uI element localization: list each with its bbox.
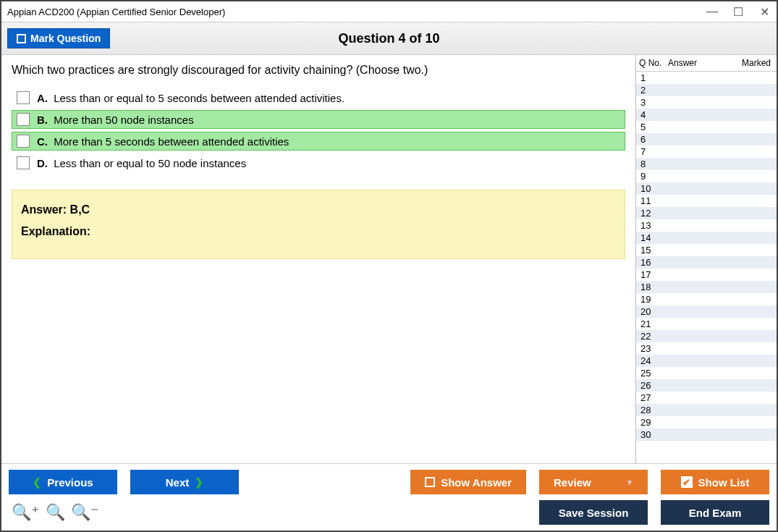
question-list-row[interactable]: 21 — [636, 318, 777, 330]
titlebar: Appian ACD200 (Appian Certified Senior D… — [1, 1, 777, 22]
option-text: C. More than 5 seconds between attended … — [37, 135, 289, 148]
show-answer-button[interactable]: Show Answer — [410, 470, 526, 494]
question-list-row[interactable]: 4 — [636, 109, 777, 121]
question-list-row[interactable]: 28 — [636, 404, 777, 416]
checkbox-icon — [17, 34, 26, 43]
question-list-row[interactable]: 27 — [636, 392, 777, 404]
col-marked: Marked — [733, 58, 774, 68]
option-letter: D. — [37, 157, 48, 169]
option-label: Less than or equal to 5 seconds between … — [51, 92, 344, 104]
question-list-row[interactable]: 16 — [636, 256, 777, 269]
question-list-row[interactable]: 26 — [636, 379, 777, 392]
show-list-label: Show List — [698, 476, 750, 489]
question-list-row[interactable]: 2 — [636, 84, 777, 96]
option-letter: A. — [37, 92, 48, 104]
question-list-row[interactable]: 18 — [636, 281, 777, 293]
zoom-icon[interactable]: 🔍 — [46, 503, 65, 522]
explanation-label: Explanation: — [21, 225, 616, 238]
question-list-row[interactable]: 11 — [636, 195, 777, 207]
review-button[interactable]: Review ▼ — [539, 470, 648, 494]
previous-button[interactable]: ❮ Previous — [9, 470, 117, 494]
question-list-row[interactable]: 14 — [636, 232, 777, 244]
zoom-in-icon[interactable]: 🔍⁺ — [12, 503, 40, 522]
question-list-row[interactable]: 9 — [636, 170, 777, 182]
save-session-label: Save Session — [559, 507, 629, 519]
side-header: Q No. Answer Marked — [636, 55, 777, 72]
window-title: Appian ACD200 (Appian Certified Senior D… — [7, 7, 225, 17]
question-list-row[interactable]: 24 — [636, 355, 777, 367]
option-row[interactable]: C. More than 5 seconds between attended … — [12, 132, 625, 151]
chevron-right-icon: ❯ — [195, 476, 203, 488]
question-list-row[interactable]: 15 — [636, 244, 777, 256]
answer-block: Answer: B,C Explanation: — [12, 190, 625, 259]
mark-question-label: Mark Question — [30, 33, 101, 44]
option-checkbox[interactable] — [17, 91, 30, 104]
option-text: B. More than 50 node instances — [37, 114, 194, 126]
option-label: More than 50 node instances — [51, 114, 194, 126]
question-list-row[interactable]: 3 — [636, 96, 777, 109]
save-session-button[interactable]: Save Session — [539, 500, 648, 525]
option-letter: C. — [37, 135, 48, 148]
chevron-left-icon: ❮ — [33, 476, 41, 488]
col-answer: Answer — [668, 58, 733, 68]
question-list-row[interactable]: 19 — [636, 293, 777, 305]
window-controls: — ☐ ✕ — [706, 5, 771, 19]
option-checkbox[interactable] — [17, 135, 30, 148]
app-window: Appian ACD200 (Appian Certified Senior D… — [0, 0, 778, 532]
checkbox-icon — [425, 477, 435, 487]
question-counter: Question 4 of 10 — [1, 31, 777, 46]
question-list-row[interactable]: 22 — [636, 330, 777, 342]
question-list-row[interactable]: 23 — [636, 342, 777, 355]
review-label: Review — [554, 476, 591, 489]
option-label: Less than or equal to 50 node instances — [51, 157, 246, 169]
zoom-controls: 🔍⁺ 🔍 🔍⁻ — [9, 503, 99, 522]
question-list-row[interactable]: 7 — [636, 145, 777, 158]
bottom-bar: ❮ Previous Next ❯ Show Answer Review ▼ ✔… — [1, 463, 777, 531]
mark-question-button[interactable]: Mark Question — [7, 28, 110, 48]
question-list-row[interactable]: 29 — [636, 416, 777, 428]
button-row-2: 🔍⁺ 🔍 🔍⁻ Save Session End Exam — [9, 500, 769, 525]
question-list-row[interactable]: 5 — [636, 121, 777, 133]
question-list-row[interactable]: 12 — [636, 207, 777, 219]
close-icon[interactable]: ✕ — [758, 5, 771, 19]
option-checkbox[interactable] — [17, 113, 30, 126]
maximize-icon[interactable]: ☐ — [732, 5, 745, 19]
show-answer-label: Show Answer — [441, 476, 512, 489]
main-area: Which two practices are strongly discour… — [1, 55, 777, 463]
question-list-row[interactable]: 1 — [636, 72, 777, 84]
col-qno: Q No. — [639, 58, 668, 68]
checkbox-checked-icon: ✔ — [681, 476, 693, 488]
option-text: A. Less than or equal to 5 seconds betwe… — [37, 92, 344, 104]
header-bar: Mark Question Question 4 of 10 — [1, 22, 777, 55]
question-list-row[interactable]: 17 — [636, 269, 777, 281]
option-row[interactable]: A. Less than or equal to 5 seconds betwe… — [12, 88, 625, 107]
options-list: A. Less than or equal to 5 seconds betwe… — [12, 88, 625, 172]
side-list[interactable]: 1234567891011121314151617181920212223242… — [636, 72, 777, 463]
option-label: More than 5 seconds between attended act… — [51, 135, 289, 148]
show-list-button[interactable]: ✔ Show List — [661, 470, 769, 494]
next-button[interactable]: Next ❯ — [130, 470, 239, 494]
question-list-row[interactable]: 20 — [636, 305, 777, 318]
option-row[interactable]: B. More than 50 node instances — [12, 110, 625, 129]
zoom-out-icon[interactable]: 🔍⁻ — [71, 503, 99, 522]
option-text: D. Less than or equal to 50 node instanc… — [37, 157, 246, 169]
minimize-icon[interactable]: — — [706, 5, 719, 18]
question-list-row[interactable]: 10 — [636, 182, 777, 195]
question-list-row[interactable]: 8 — [636, 158, 777, 170]
end-exam-label: End Exam — [689, 507, 742, 519]
previous-label: Previous — [47, 476, 93, 489]
question-text: Which two practices are strongly discour… — [12, 64, 625, 77]
question-list-row[interactable]: 25 — [636, 367, 777, 379]
option-checkbox[interactable] — [17, 156, 30, 169]
question-list-row[interactable]: 13 — [636, 219, 777, 232]
option-row[interactable]: D. Less than or equal to 50 node instanc… — [12, 153, 625, 172]
question-list-row[interactable]: 6 — [636, 133, 777, 145]
next-label: Next — [166, 476, 190, 489]
end-exam-button[interactable]: End Exam — [661, 500, 769, 525]
option-letter: B. — [37, 114, 48, 126]
button-row-1: ❮ Previous Next ❯ Show Answer Review ▼ ✔… — [9, 470, 769, 494]
question-list-row[interactable]: 30 — [636, 428, 777, 441]
question-list-panel: Q No. Answer Marked 12345678910111213141… — [635, 55, 777, 463]
answer-line: Answer: B,C — [21, 203, 616, 216]
triangle-down-icon: ▼ — [626, 478, 633, 486]
